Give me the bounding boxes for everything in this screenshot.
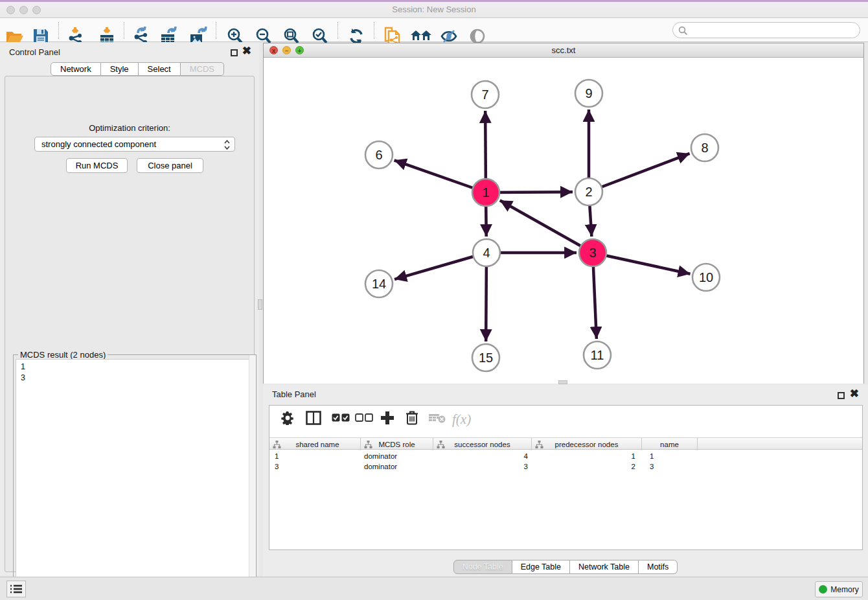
memory-button[interactable]: Memory [815, 581, 863, 597]
float-panel-icon[interactable] [231, 47, 238, 59]
delete-table-icon [428, 412, 446, 426]
memory-label: Memory [830, 585, 858, 594]
svg-text:14: 14 [372, 277, 386, 291]
graph-node-3[interactable]: 3 [579, 239, 606, 266]
table-tabs: Node Table Edge Table Network Table Moti… [263, 560, 868, 574]
graph-edge-3-10[interactable] [593, 253, 691, 274]
svg-text:2: 2 [585, 185, 592, 199]
svg-text:3: 3 [589, 246, 596, 260]
memory-status-icon [819, 585, 827, 594]
list-icon [10, 584, 22, 594]
mcds-tab-content: Optimization criterion: strongly connect… [5, 76, 255, 572]
tab-style[interactable]: Style [101, 62, 139, 76]
graph-node-4[interactable]: 4 [473, 239, 500, 266]
mcds-result-title: MCDS result (2 nodes) [18, 350, 108, 360]
table-panel: Table Panel ✖ [263, 385, 868, 577]
column-header-successor-nodes[interactable]: successor nodes [433, 438, 532, 450]
column-type-icon [273, 441, 281, 448]
graph-node-8[interactable]: 8 [691, 134, 718, 161]
graph-node-7[interactable]: 7 [472, 81, 499, 108]
select-none-icon[interactable] [355, 413, 373, 425]
add-row-icon[interactable] [380, 411, 394, 428]
search-icon [678, 26, 688, 36]
graph-node-10[interactable]: 10 [692, 264, 720, 291]
table-row[interactable]: 3 dominator 3 2 3 [269, 461, 862, 472]
table-float-panel-icon[interactable] [838, 390, 845, 402]
graph-node-15[interactable]: 15 [472, 344, 499, 371]
close-panel-button[interactable]: Close panel [137, 158, 203, 173]
graph-edge-3-1[interactable] [500, 200, 593, 253]
column-header-mcds-role[interactable]: MCDS role [361, 438, 433, 450]
svg-text:11: 11 [591, 348, 604, 362]
tab-node-table[interactable]: Node Table [453, 560, 512, 574]
network-window-title: scc.txt [264, 45, 863, 55]
window-titlebar: Session: New Session [0, 0, 868, 18]
network-window-titlebar[interactable]: x – + scc.txt [264, 43, 863, 58]
tab-select[interactable]: Select [139, 62, 181, 76]
column-type-icon [364, 441, 372, 448]
column-header-predecessor-nodes[interactable]: predecessor nodes [532, 438, 642, 450]
graph-node-9[interactable]: 9 [575, 80, 602, 107]
graph-node-6[interactable]: 6 [365, 141, 393, 168]
delete-row-icon[interactable] [405, 411, 418, 428]
svg-text:4: 4 [483, 246, 490, 260]
close-panel-icon[interactable]: ✖ [242, 47, 251, 54]
table-header-row: shared name MCDS role successor nodes pr… [269, 437, 862, 450]
column-type-icon [437, 441, 445, 448]
column-panel-icon[interactable] [306, 411, 321, 428]
graph-node-2[interactable]: 2 [575, 178, 602, 205]
graph-node-14[interactable]: 14 [365, 270, 393, 297]
table-row[interactable]: 1 dominator 4 1 1 [269, 451, 862, 461]
tab-network[interactable]: Network [51, 62, 101, 76]
svg-text:7: 7 [481, 87, 488, 102]
svg-text:1: 1 [482, 185, 489, 200]
table-toolbar: f(x) [269, 406, 862, 433]
column-header-filler [698, 438, 862, 450]
vertical-splitter-handle[interactable] [258, 299, 262, 310]
network-window: x – + scc.txt 7968124314101511 [263, 43, 864, 384]
control-panel-tabs: Network Style Select MCDS [51, 62, 224, 76]
network-canvas[interactable]: 7968124314101511 [264, 58, 863, 384]
column-header-shared-name[interactable]: shared name [269, 438, 361, 450]
main-toolbar [0, 18, 868, 42]
control-panel: Control Panel ✖ Network Style Select MCD… [0, 42, 259, 575]
search-field[interactable] [672, 22, 860, 38]
graph-edges [394, 110, 691, 341]
table-panel-title: Table Panel [272, 389, 316, 399]
status-bar: Memory [0, 577, 868, 600]
graph-edge-2-8[interactable] [589, 154, 690, 192]
tab-network-table[interactable]: Network Table [570, 560, 639, 574]
select-stepper-icon [224, 139, 230, 150]
svg-text:9: 9 [585, 86, 592, 100]
search-input[interactable] [690, 24, 855, 36]
table-settings-icon[interactable] [281, 411, 295, 428]
graph-edge-1-6[interactable] [394, 160, 486, 192]
tab-motifs[interactable]: Motifs [639, 560, 678, 574]
column-header-name[interactable]: name [642, 438, 698, 450]
svg-text:10: 10 [699, 270, 713, 284]
tab-edge-table[interactable]: Edge Table [512, 560, 570, 574]
graph-node-11[interactable]: 11 [584, 341, 611, 369]
select-all-icon[interactable] [332, 413, 350, 425]
task-history-button[interactable] [6, 581, 26, 597]
control-panel-title: Control Panel [9, 47, 60, 57]
window-title: Session: New Session [0, 5, 868, 14]
run-mcds-button[interactable]: Run MCDS [66, 158, 128, 173]
tab-mcds[interactable]: MCDS [181, 62, 224, 76]
mcds-result-group: MCDS result (2 nodes) 1 3 [13, 354, 257, 600]
svg-text:6: 6 [375, 148, 382, 162]
function-builder-icon: f(x) [452, 411, 471, 428]
graph-svg: 7968124314101511 [264, 58, 863, 384]
svg-text:8: 8 [701, 141, 708, 155]
graph-node-1[interactable]: 1 [472, 179, 499, 206]
svg-text:15: 15 [479, 351, 493, 365]
horizontal-splitter-handle[interactable] [558, 380, 567, 384]
table-close-panel-icon[interactable]: ✖ [850, 390, 859, 397]
mcds-result-text[interactable]: 1 3 [16, 359, 255, 600]
node-table: f(x) shared name MCDS role successor nod… [269, 405, 863, 550]
criterion-select[interactable]: strongly connected component [34, 137, 235, 152]
optimization-criterion-label: Optimization criterion: [5, 123, 254, 133]
column-type-icon [535, 441, 543, 448]
mcds-result-scrollbar[interactable] [249, 355, 256, 596]
